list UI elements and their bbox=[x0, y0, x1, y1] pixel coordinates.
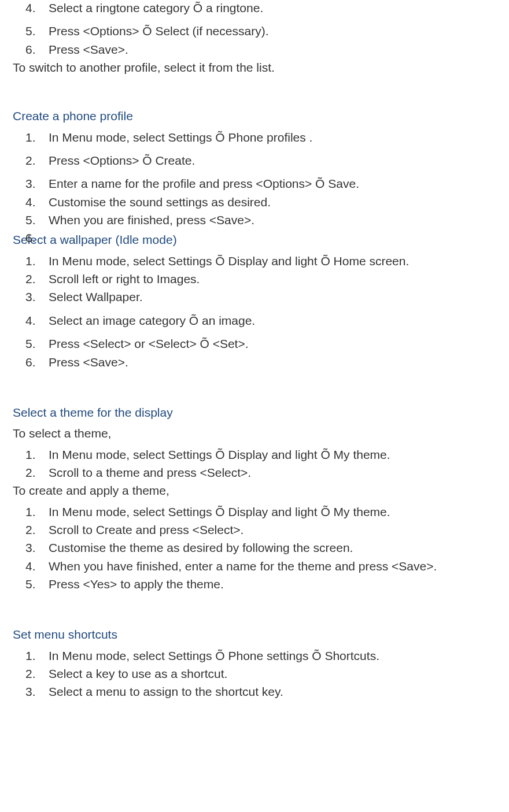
list-text: Select a ringtone category Õ a ringtone. bbox=[49, 1, 263, 14]
list-text: In Menu mode, select Settings Õ Display … bbox=[49, 254, 409, 268]
list-text: Press <Options> Õ Select (if necessary). bbox=[49, 24, 268, 38]
list-number: 5. bbox=[25, 336, 43, 352]
list-text: In Menu mode, select Settings Õ Phone pr… bbox=[49, 131, 312, 144]
list-item: 6. Press <Save>. bbox=[13, 42, 506, 58]
list-text: Press <Yes> to apply the theme. bbox=[49, 577, 224, 591]
heading-theme: Select a theme for the display bbox=[13, 405, 506, 421]
list-section1: 1. In Menu mode, select Settings Õ Phone… bbox=[13, 129, 506, 229]
list-number: 4. bbox=[25, 558, 43, 574]
list-text: In Menu mode, select Settings Õ Display … bbox=[49, 505, 390, 518]
list-text: Scroll to a theme and press <Select>. bbox=[49, 466, 251, 479]
list-section3a: 1. In Menu mode, select Settings Õ Displ… bbox=[13, 447, 506, 481]
list-item: 5. Press <Options> Õ Select (if necessar… bbox=[13, 23, 506, 39]
list-number: 1. bbox=[25, 447, 43, 463]
list-text: When you have finished, enter a name for… bbox=[49, 559, 437, 573]
list-number: 2. bbox=[25, 522, 43, 538]
list-number: 2. bbox=[25, 666, 43, 682]
list-item: 1. In Menu mode, select Settings Õ Phone… bbox=[13, 648, 506, 664]
list-text: Select Wallpaper. bbox=[49, 290, 143, 303]
list-number: 2. bbox=[25, 271, 43, 287]
list-text: In Menu mode, select Settings Õ Display … bbox=[49, 448, 390, 461]
list-text: Select a menu to assign to the shortcut … bbox=[49, 685, 283, 698]
list-item: 1. In Menu mode, select Settings Õ Phone… bbox=[13, 129, 506, 146]
list-item: 3. Enter a name for the profile and pres… bbox=[13, 176, 506, 192]
heading-create-profile: Create a phone profile bbox=[13, 108, 506, 124]
list-text: Press <Save>. bbox=[49, 355, 128, 369]
list-item: 2. Scroll to a theme and press <Select>. bbox=[13, 465, 506, 481]
list-text: Enter a name for the profile and press <… bbox=[49, 177, 359, 190]
list-text: Press <Select> or <Select> Õ <Set>. bbox=[49, 337, 249, 350]
list-number: 6. bbox=[25, 354, 43, 370]
list-item: 3. Select Wallpaper. bbox=[13, 289, 506, 305]
list-text: Customise the sound settings as desired. bbox=[49, 195, 271, 209]
heading-wallpaper: Select a wallpaper (Idle mode) bbox=[13, 232, 506, 248]
list-number: 5. bbox=[25, 23, 43, 39]
list-item: 2. Select a key to use as a shortcut. bbox=[13, 666, 506, 682]
paragraph: To select a theme, bbox=[13, 425, 506, 442]
list-item: 3. Select a menu to assign to the shortc… bbox=[13, 684, 506, 700]
heading-shortcuts: Set menu shortcuts bbox=[13, 626, 506, 643]
list-item: 4. Customise the sound settings as desir… bbox=[13, 194, 506, 210]
list-number: 4. bbox=[25, 313, 43, 329]
list-section4: 1. In Menu mode, select Settings Õ Phone… bbox=[13, 648, 506, 700]
list-text: Scroll to Create and press <Select>. bbox=[49, 523, 244, 536]
list-number: 4. bbox=[25, 194, 43, 210]
list-section3b: 1. In Menu mode, select Settings Õ Displ… bbox=[13, 504, 506, 593]
list-number: 3. bbox=[25, 176, 43, 192]
list-number: 3. bbox=[25, 289, 43, 305]
paragraph: To create and apply a theme, bbox=[13, 483, 506, 499]
list-text: In Menu mode, select Settings Õ Phone se… bbox=[49, 649, 379, 662]
list-number: 6. bbox=[25, 42, 43, 58]
list-number: 2. bbox=[25, 153, 43, 169]
list-item: 1. In Menu mode, select Settings Õ Displ… bbox=[13, 253, 506, 269]
list-item: 2. Scroll to Create and press <Select>. bbox=[13, 522, 506, 538]
list-item: 1. In Menu mode, select Settings Õ Displ… bbox=[13, 447, 506, 463]
list-text: Press <Options> Õ Create. bbox=[49, 154, 195, 167]
list-number: 3. bbox=[25, 540, 43, 556]
list-section0: 4. Select a ringtone category Õ a ringto… bbox=[13, 0, 506, 58]
list-text: Customise the theme as desired by follow… bbox=[49, 541, 353, 554]
list-text: Scroll left or right to Images. bbox=[49, 272, 200, 286]
list-number: 4. bbox=[25, 0, 43, 16]
list-item: 2. Press <Options> Õ Create. bbox=[13, 153, 506, 169]
list-text: When you are finished, press <Save>. bbox=[49, 213, 254, 227]
paragraph: To switch to another profile, select it … bbox=[13, 60, 506, 76]
list-item: 5. Press <Yes> to apply the theme. bbox=[13, 576, 506, 592]
list-number: 5. bbox=[25, 576, 43, 592]
list-item: 4. Select an image category Õ an image. bbox=[13, 313, 506, 329]
list-item: 4. Select a ringtone category Õ a ringto… bbox=[13, 0, 506, 16]
list-text: Select an image category Õ an image. bbox=[49, 314, 255, 327]
list-item: 4. When you have finished, enter a name … bbox=[13, 558, 506, 574]
list-item: 6. Press <Save>. bbox=[13, 354, 506, 370]
list-number: 2. bbox=[25, 465, 43, 481]
list-text: Press <Save>. bbox=[49, 43, 128, 56]
list-section2: 1. In Menu mode, select Settings Õ Displ… bbox=[13, 253, 506, 370]
list-number: 1. bbox=[25, 648, 43, 664]
list-item: 2. Scroll left or right to Images. bbox=[13, 271, 506, 287]
list-number: 5. bbox=[25, 212, 43, 228]
list-item: 3. Customise the theme as desired by fol… bbox=[13, 540, 506, 556]
list-number: 3. bbox=[25, 684, 43, 700]
list-item: 5. Press <Select> or <Select> Õ <Set>. bbox=[13, 336, 506, 352]
list-text: Select a key to use as a shortcut. bbox=[49, 667, 227, 680]
list-number: 6. bbox=[25, 230, 43, 246]
list-number: 1. bbox=[25, 129, 43, 146]
list-number: 1. bbox=[25, 253, 43, 269]
list-item: 5. When you are finished, press <Save>. bbox=[13, 212, 506, 228]
list-number: 1. bbox=[25, 504, 43, 520]
list-item: 1. In Menu mode, select Settings Õ Displ… bbox=[13, 504, 506, 520]
